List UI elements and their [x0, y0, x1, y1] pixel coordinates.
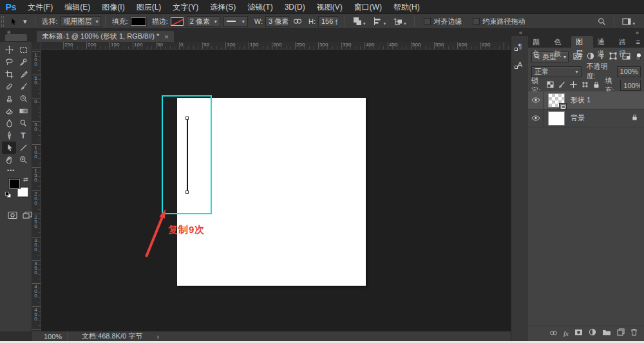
panel-menu-icon[interactable]: ≡: [636, 36, 640, 48]
character-panel-icon[interactable]: ¶: [511, 39, 529, 54]
workspace-switcher-icon[interactable]: ▾: [622, 17, 635, 26]
layer-row[interactable]: 背景: [528, 109, 644, 127]
search-icon[interactable]: [598, 17, 606, 26]
path-arrangement-icon[interactable]: ▾: [393, 17, 406, 26]
fill-color-swatch[interactable]: [131, 17, 146, 26]
new-adjustment-layer-icon[interactable]: [589, 328, 596, 338]
filter-adjustment-layers-icon[interactable]: [587, 52, 594, 61]
layer-row[interactable]: 形状 1: [528, 91, 644, 109]
new-group-icon[interactable]: [602, 329, 611, 338]
brush-tool[interactable]: [16, 80, 30, 93]
path-alignment-icon[interactable]: ▾: [373, 17, 386, 26]
lock-artboard-icon[interactable]: [582, 81, 589, 89]
quick-mask-icon[interactable]: [8, 211, 17, 221]
hand-tool[interactable]: [2, 154, 16, 166]
vertical-ruler[interactable]: 10050050100150200250300350400450: [32, 50, 41, 331]
zoom-tool[interactable]: [16, 154, 30, 166]
close-tab-icon[interactable]: ×: [164, 33, 168, 41]
snap-edges-checkbox[interactable]: 对齐边缘: [424, 17, 462, 26]
healing-tool[interactable]: [2, 80, 16, 93]
panel-tab-路径[interactable]: 路径: [614, 36, 636, 48]
filter-toggle-switch[interactable]: [636, 52, 641, 61]
blur-tool[interactable]: [2, 117, 16, 129]
layer-thumbnail[interactable]: [548, 93, 565, 107]
collapse-panel-strip-icon[interactable]: «: [519, 30, 522, 36]
quick-selection-tool[interactable]: [16, 56, 30, 68]
add-layer-mask-icon[interactable]: [574, 329, 583, 338]
line-shape[interactable]: [187, 118, 188, 192]
layer-effects-icon[interactable]: fx: [564, 329, 569, 337]
options-bar-grip[interactable]: [1, 16, 4, 27]
screen-mode-icon[interactable]: [23, 211, 33, 221]
filter-shape-layers-icon[interactable]: [609, 52, 617, 61]
eraser-tool[interactable]: [2, 105, 16, 117]
menu-item[interactable]: 帮助(H): [388, 0, 426, 14]
foreground-color-swatch[interactable]: [9, 179, 20, 189]
stamp-tool[interactable]: [2, 93, 16, 105]
tool-preset-picker[interactable]: ▾: [9, 17, 31, 26]
layer-visibility-eye-icon[interactable]: [528, 91, 544, 109]
zoom-level-field[interactable]: 100%: [39, 333, 67, 340]
stroke-color-swatch[interactable]: [171, 17, 184, 26]
menu-item[interactable]: 视图(V): [311, 0, 348, 14]
lock-position-icon[interactable]: [570, 81, 577, 89]
edit-toolbar-ellipsis-icon[interactable]: •••: [2, 166, 30, 175]
constrain-path-drag-checkbox[interactable]: 约束路径拖动: [473, 17, 526, 26]
history-brush-tool[interactable]: [16, 93, 30, 105]
layer-visibility-eye-icon[interactable]: [528, 109, 544, 127]
gradient-tool[interactable]: [16, 105, 30, 117]
opacity-dropdown[interactable]: 100%▾: [617, 66, 641, 77]
line-tool[interactable]: [16, 142, 30, 154]
paragraph-styles-panel-icon[interactable]: A: [511, 57, 529, 72]
anchor-point-bottom[interactable]: [185, 190, 189, 194]
anchor-point-top[interactable]: [185, 116, 189, 120]
default-colors-icon[interactable]: [5, 192, 11, 198]
background-color-swatch[interactable]: [17, 187, 28, 197]
marquee-tool[interactable]: [16, 44, 30, 56]
status-options-icon[interactable]: ›: [156, 333, 159, 340]
stroke-width-dropdown[interactable]: 2 像素▾: [187, 16, 220, 27]
panel-tab-颜色[interactable]: 颜色: [528, 36, 550, 48]
layer-thumbnail[interactable]: [548, 111, 565, 125]
lock-transparency-icon[interactable]: [547, 81, 554, 89]
lock-all-icon[interactable]: [593, 81, 600, 90]
delete-layer-icon[interactable]: [630, 328, 638, 338]
panel-tab-通道[interactable]: 通道: [593, 36, 615, 48]
panel-tab-色板[interactable]: 色板: [550, 36, 572, 48]
shape-height-input[interactable]: 156 像素: [318, 16, 338, 27]
link-layers-icon[interactable]: [549, 329, 558, 338]
horizontal-ruler[interactable]: 2502001501005005010015020025030035040045…: [41, 42, 511, 50]
menu-item[interactable]: 文件(F): [22, 0, 59, 14]
fill-opacity-dropdown[interactable]: 100%▾: [620, 80, 641, 91]
panel-tab-图层[interactable]: 图层: [571, 36, 593, 48]
menu-item[interactable]: 窗口(W): [348, 0, 388, 14]
eyedropper-tool[interactable]: [16, 68, 30, 80]
select-mode-dropdown[interactable]: 现用图层▾: [61, 16, 101, 27]
menu-item[interactable]: 编辑(E): [59, 0, 96, 14]
menu-item[interactable]: 文字(Y): [167, 0, 204, 14]
menu-item[interactable]: 选择(S): [204, 0, 242, 14]
stroke-type-dropdown[interactable]: ▾: [223, 16, 248, 27]
link-dimensions-icon[interactable]: [293, 18, 302, 24]
lock-pixels-icon[interactable]: [558, 81, 565, 89]
lasso-tool[interactable]: [2, 56, 16, 68]
menu-item[interactable]: 图像(I): [96, 0, 130, 14]
new-layer-icon[interactable]: [617, 328, 625, 338]
swap-colors-icon[interactable]: ⇄: [23, 176, 28, 183]
crop-tool[interactable]: [2, 68, 16, 80]
shape-width-input[interactable]: 3 像素: [265, 16, 289, 27]
pen-tool[interactable]: [2, 129, 16, 142]
menu-item[interactable]: 滤镜(T): [242, 0, 278, 14]
collapse-panels-icon[interactable]: »: [636, 30, 639, 36]
canvas-area[interactable]: 复制9次: [41, 50, 511, 331]
path-operations-icon[interactable]: ▾: [353, 17, 366, 26]
ruler-origin-corner[interactable]: [32, 42, 41, 50]
document-tab[interactable]: 未标题-1 @ 100% (形状 1, RGB/8#) * ×: [37, 31, 174, 42]
move-tool[interactable]: [2, 44, 16, 56]
menu-item[interactable]: 3D(D): [279, 0, 311, 14]
menu-item[interactable]: 图层(L): [131, 0, 167, 14]
path-selection-tool[interactable]: [2, 142, 16, 154]
dodge-tool[interactable]: [16, 117, 30, 129]
tools-panel-grip[interactable]: [5, 34, 27, 41]
type-tool[interactable]: T: [16, 129, 30, 142]
